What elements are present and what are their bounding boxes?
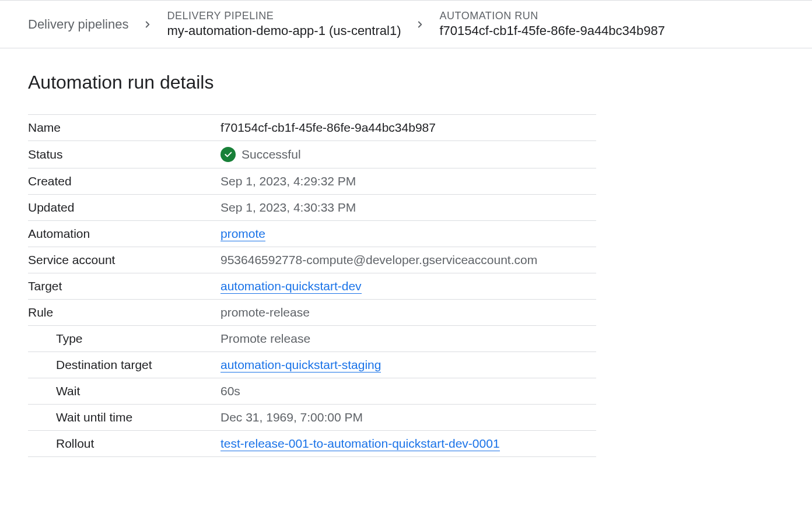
detail-row-target: Target automation-quickstart-dev: [28, 273, 596, 300]
breadcrumb: Delivery pipelines DELIVERY PIPELINE my-…: [0, 0, 812, 48]
detail-label: Created: [28, 168, 220, 195]
chevron-right-icon: [142, 19, 153, 30]
success-check-icon: [220, 147, 236, 162]
detail-label: Type: [28, 326, 220, 352]
detail-row-created: Created Sep 1, 2023, 4:29:32 PM: [28, 168, 596, 195]
detail-row-updated: Updated Sep 1, 2023, 4:30:33 PM: [28, 195, 596, 221]
detail-label: Status: [28, 141, 220, 168]
chevron-right-icon: [415, 19, 425, 30]
detail-value: Successful: [220, 141, 596, 168]
breadcrumb-pipeline[interactable]: DELIVERY PIPELINE my-automation-demo-app…: [167, 10, 401, 38]
breadcrumb-run: AUTOMATION RUN f70154cf-cb1f-45fe-86fe-9…: [439, 10, 665, 38]
destination-target-link[interactable]: automation-quickstart-staging: [220, 358, 381, 373]
detail-value: promote-release: [220, 300, 596, 326]
details-table: Name f70154cf-cb1f-45fe-86fe-9a44bc34b98…: [28, 114, 596, 457]
detail-row-wait-until: Wait until time Dec 31, 1969, 7:00:00 PM: [28, 405, 596, 431]
detail-label: Rollout: [28, 431, 220, 457]
detail-label: Wait until time: [28, 405, 220, 431]
detail-value: f70154cf-cb1f-45fe-86fe-9a44bc34b987: [220, 115, 596, 141]
detail-value: Promote release: [220, 326, 596, 352]
detail-label: Target: [28, 273, 220, 300]
detail-value: automation-quickstart-staging: [220, 352, 596, 378]
breadcrumb-run-label: AUTOMATION RUN: [439, 10, 665, 22]
detail-row-status: Status Successful: [28, 141, 596, 168]
rollout-link[interactable]: test-release-001-to-automation-quickstar…: [220, 437, 500, 451]
detail-row-automation: Automation promote: [28, 221, 596, 247]
detail-value: automation-quickstart-dev: [220, 273, 596, 300]
detail-label: Wait: [28, 378, 220, 405]
content: Automation run details Name f70154cf-cb1…: [0, 48, 624, 480]
detail-value: 953646592778-compute@developer.gservicea…: [220, 247, 596, 273]
detail-row-type: Type Promote release: [28, 326, 596, 352]
detail-row-rollout: Rollout test-release-001-to-automation-q…: [28, 431, 596, 457]
detail-value: Sep 1, 2023, 4:30:33 PM: [220, 195, 596, 221]
breadcrumb-root-link[interactable]: Delivery pipelines: [28, 17, 128, 32]
breadcrumb-pipeline-label: DELIVERY PIPELINE: [167, 10, 401, 22]
page-title: Automation run details: [28, 72, 596, 100]
detail-row-destination-target: Destination target automation-quickstart…: [28, 352, 596, 378]
target-link[interactable]: automation-quickstart-dev: [220, 279, 362, 294]
detail-value: test-release-001-to-automation-quickstar…: [220, 431, 596, 457]
detail-value: Dec 31, 1969, 7:00:00 PM: [220, 405, 596, 431]
detail-label: Destination target: [28, 352, 220, 378]
detail-label: Name: [28, 115, 220, 141]
detail-row-wait: Wait 60s: [28, 378, 596, 405]
detail-label: Rule: [28, 300, 220, 326]
breadcrumb-pipeline-value: my-automation-demo-app-1 (us-central1): [167, 23, 401, 38]
detail-label: Updated: [28, 195, 220, 221]
detail-row-name: Name f70154cf-cb1f-45fe-86fe-9a44bc34b98…: [28, 115, 596, 141]
automation-link[interactable]: promote: [220, 227, 265, 241]
detail-value: Sep 1, 2023, 4:29:32 PM: [220, 168, 596, 195]
breadcrumb-run-value: f70154cf-cb1f-45fe-86fe-9a44bc34b987: [439, 23, 665, 38]
detail-value: promote: [220, 221, 596, 247]
detail-label: Service account: [28, 247, 220, 273]
detail-value: 60s: [220, 378, 596, 405]
detail-row-service-account: Service account 953646592778-compute@dev…: [28, 247, 596, 273]
status-text: Successful: [242, 147, 301, 161]
detail-row-rule: Rule promote-release: [28, 300, 596, 326]
detail-label: Automation: [28, 221, 220, 247]
